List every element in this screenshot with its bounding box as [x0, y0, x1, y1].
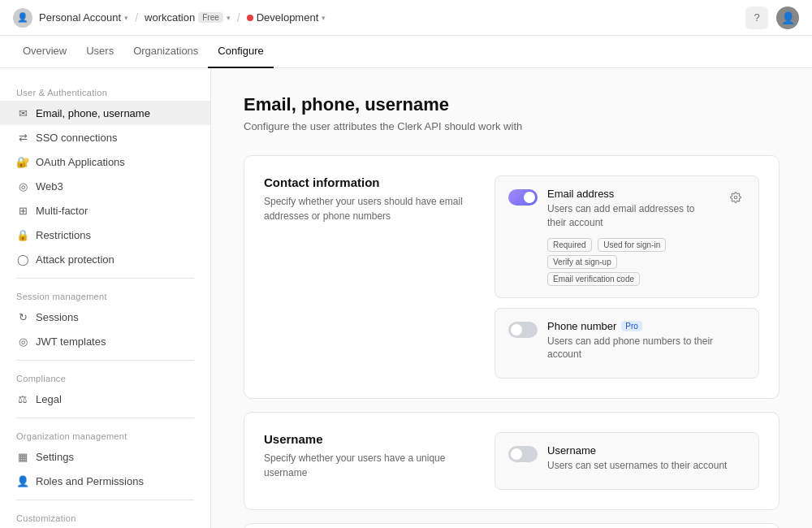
restrictions-icon: 🔒	[16, 228, 29, 241]
sidebar-section-title-org: Organization management	[0, 425, 210, 444]
top-bar: 👤 Personal Account ▾ / workcation Free ▾…	[0, 0, 812, 36]
divider-2	[16, 360, 194, 361]
phone-toggle[interactable]	[508, 322, 538, 338]
env-selector[interactable]: Development ▾	[247, 11, 326, 24]
help-icon: ?	[754, 11, 759, 24]
email-row-content: Email address Users can add email addres…	[547, 188, 716, 286]
oauth-icon: 🔐	[16, 155, 29, 168]
app-selector[interactable]: workcation Free ▾	[145, 11, 231, 24]
account-chevron: ▾	[124, 14, 128, 22]
sidebar-item-web3[interactable]: ◎ Web3	[0, 174, 210, 198]
page-subtitle: Configure the user attributes the Clerk …	[244, 120, 780, 132]
main-content: Email, phone, username Configure the use…	[211, 68, 812, 528]
contact-card-title: Contact information	[264, 175, 475, 189]
contact-card-desc: Specify whether your users should have e…	[264, 194, 475, 223]
sidebar-section-org: Organization management ▦ Settings 👤 Rol…	[0, 425, 210, 493]
username-card: Username Specify whether your users have…	[244, 412, 780, 510]
contact-card: Contact information Specify whether your…	[244, 155, 780, 399]
tag-email-code: Email verification code	[547, 272, 640, 286]
username-toggle[interactable]	[508, 446, 538, 462]
username-row-title: Username	[547, 444, 745, 457]
org-settings-icon: ▦	[16, 450, 29, 463]
roles-icon: 👤	[16, 474, 29, 487]
email-toggle-slider	[508, 189, 538, 206]
username-toggle-slider	[508, 446, 538, 462]
page-title: Email, phone, username	[244, 94, 780, 115]
sessions-icon: ↻	[16, 310, 29, 323]
email-row-desc: Users can add email addresses to their a…	[547, 202, 716, 230]
tag-verify: Verify at sign-up	[547, 255, 617, 269]
app-name: workcation	[145, 11, 195, 24]
nav-overview[interactable]: Overview	[13, 36, 76, 68]
contact-card-left: Contact information Specify whether your…	[264, 175, 475, 379]
top-bar-right: ? 👤	[745, 6, 799, 29]
username-row-desc: Users can set usernames to their account	[547, 459, 745, 473]
sidebar-section-session: Session management ↻ Sessions ◎ JWT temp…	[0, 285, 210, 353]
app-badge: Free	[198, 12, 223, 23]
phone-row-title: Phone number Pro	[547, 320, 745, 332]
sidebar-item-oauth[interactable]: 🔐 OAuth Applications	[0, 149, 210, 174]
sep1: /	[135, 11, 138, 24]
email-gear-button[interactable]	[726, 188, 745, 207]
username-card-right: Username Users can set usernames to thei…	[495, 432, 759, 490]
sidebar-item-org-settings[interactable]: ▦ Settings	[0, 444, 210, 469]
contact-card-right: Email address Users can add email addres…	[495, 175, 759, 379]
email-icon: ✉	[16, 106, 29, 119]
attack-icon: ◯	[16, 253, 29, 266]
email-row-title: Email address	[547, 188, 716, 200]
nav-configure[interactable]: Configure	[208, 36, 273, 68]
mfa-icon: ⊞	[16, 204, 29, 217]
account-label: Personal Account	[39, 11, 121, 24]
sso-icon: ⇄	[16, 131, 29, 144]
svg-point-0	[734, 196, 737, 199]
auth-card: Authentication strategies Select the aut…	[244, 523, 780, 528]
username-card-title: Username	[264, 432, 475, 446]
sidebar-item-legal[interactable]: ⚖ Legal	[0, 387, 210, 411]
divider-1	[16, 278, 194, 279]
sidebar-item-restrictions[interactable]: 🔒 Restrictions	[0, 223, 210, 247]
env-chevron: ▾	[322, 14, 326, 22]
sidebar-section-title-custom: Customization	[0, 507, 210, 526]
env-dot	[247, 15, 253, 21]
sidebar-section-user-auth: User & Authentication ✉ Email, phone, us…	[0, 81, 210, 271]
legal-icon: ⚖	[16, 392, 29, 405]
email-tags: Required Used for sign-in Verify at sign…	[547, 235, 716, 286]
username-card-desc: Specify whether your users have a unique…	[264, 451, 475, 480]
phone-toggle-slider	[508, 322, 538, 338]
tag-sign-in: Used for sign-in	[598, 238, 666, 252]
sidebar-item-roles[interactable]: 👤 Roles and Permissions	[0, 469, 210, 493]
personal-account[interactable]: Personal Account ▾	[39, 11, 128, 24]
email-row: Email address Users can add email addres…	[495, 175, 759, 298]
nav-organizations[interactable]: Organizations	[123, 36, 208, 68]
env-name: Development	[257, 11, 319, 24]
web3-icon: ◎	[16, 180, 29, 193]
help-button[interactable]: ?	[745, 6, 768, 29]
user-avatar[interactable]: 👤	[776, 6, 799, 29]
username-row-content: Username Users can set usernames to thei…	[547, 444, 745, 478]
divider-4	[16, 500, 194, 500]
sidebar: User & Authentication ✉ Email, phone, us…	[0, 68, 211, 528]
sidebar-item-email-phone[interactable]: ✉ Email, phone, username	[0, 101, 210, 125]
layout: User & Authentication ✉ Email, phone, us…	[0, 68, 812, 528]
sidebar-item-attack[interactable]: ◯ Attack protection	[0, 247, 210, 271]
phone-row: Phone number Pro Users can add phone num…	[495, 308, 759, 379]
nav-users[interactable]: Users	[76, 36, 123, 68]
sidebar-item-jwt[interactable]: ◎ JWT templates	[0, 329, 210, 353]
sidebar-item-sessions[interactable]: ↻ Sessions	[0, 305, 210, 329]
username-card-left: Username Specify whether your users have…	[264, 432, 475, 490]
jwt-icon: ◎	[16, 335, 29, 348]
phone-row-desc: Users can add phone numbers to their acc…	[547, 335, 745, 362]
username-row: Username Users can set usernames to thei…	[495, 432, 759, 490]
sidebar-item-mfa[interactable]: ⊞ Multi-factor	[0, 198, 210, 223]
pro-badge: Pro	[621, 321, 642, 331]
sidebar-section-title-user-auth: User & Authentication	[0, 81, 210, 101]
user-avatar-icon: 👤	[781, 11, 795, 24]
personal-icon: 👤	[13, 8, 32, 28]
tag-required: Required	[547, 238, 592, 252]
app-chevron: ▾	[227, 14, 231, 22]
divider-3	[16, 418, 194, 418]
sidebar-section-title-compliance: Compliance	[0, 367, 210, 387]
phone-row-content: Phone number Pro Users can add phone num…	[547, 320, 745, 367]
sidebar-item-sso[interactable]: ⇄ SSO connections	[0, 125, 210, 149]
email-toggle[interactable]	[508, 189, 538, 206]
